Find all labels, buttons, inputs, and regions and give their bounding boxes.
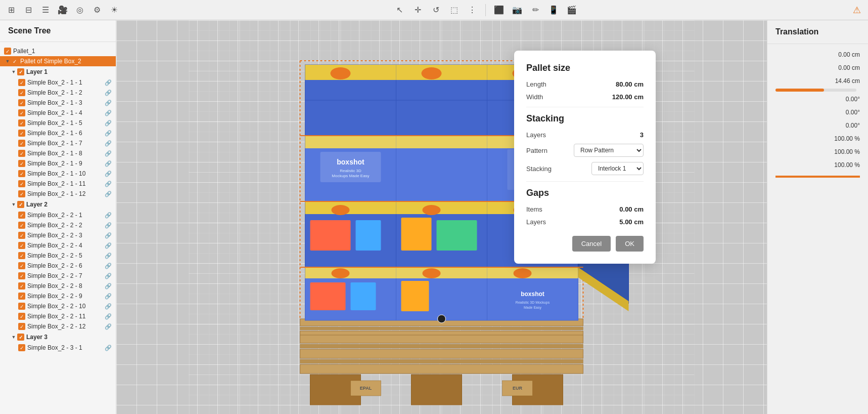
tree-check-s215[interactable]: ✓ xyxy=(18,119,25,127)
tree-item-s228[interactable]: ✓ Simple Box_2 - 2 - 8 🔗 xyxy=(0,281,116,291)
tree-check-s231[interactable]: ✓ xyxy=(18,344,25,351)
phone-icon[interactable]: 📱 xyxy=(546,3,561,17)
tree-item-s225[interactable]: ✓ Simple Box_2 - 2 - 5 🔗 xyxy=(0,251,116,261)
sun-icon[interactable]: ☀ xyxy=(107,3,121,17)
tree-check-s228[interactable]: ✓ xyxy=(18,282,25,289)
tree-item-s222[interactable]: ✓ Simple Box_2 - 2 - 2 🔗 xyxy=(0,220,116,230)
target-icon[interactable]: ◎ xyxy=(73,3,87,17)
tree-check-layer2[interactable]: ✓ xyxy=(17,201,24,208)
tree-item-layer2[interactable]: ▼ ✓ Layer 2 xyxy=(0,199,116,210)
front-layer1: boxshot Realistic 3D Mockups Made Easy xyxy=(305,267,578,320)
grid-small-icon[interactable]: ⊞ xyxy=(4,3,18,17)
tree-item-pallet1[interactable]: ✓ Pallet_1 xyxy=(0,46,116,56)
tree-item-s218[interactable]: ✓ Simple Box_2 - 1 - 8 🔗 xyxy=(0,148,116,158)
tree-check-pallet1[interactable]: ✓ xyxy=(4,48,11,55)
tree-item-s211[interactable]: ✓ Simple Box_2 - 1 - 1 🔗 xyxy=(0,77,116,88)
tree-item-s219[interactable]: ✓ Simple Box_2 - 1 - 9 🔗 xyxy=(0,158,116,169)
pattern-select[interactable]: Row Pattern Column Pattern Alternating P… xyxy=(574,144,644,157)
expand-arrow-layer3[interactable]: ▼ xyxy=(10,334,17,341)
camera-icon[interactable]: 🎥 xyxy=(56,3,70,17)
tree-check-s2210[interactable]: ✓ xyxy=(18,303,25,310)
tree-item-s213[interactable]: ✓ Simple Box_2 - 1 - 3 🔗 xyxy=(0,98,116,108)
rotate-icon[interactable]: ↺ xyxy=(429,3,443,17)
tree-item-s231[interactable]: ✓ Simple Box_2 - 3 - 1 🔗 xyxy=(0,343,116,353)
length-row: Length 80.00 cm xyxy=(526,80,644,88)
tree-item-s216[interactable]: ✓ Simple Box_2 - 1 - 6 🔗 xyxy=(0,128,116,138)
tree-item-layer3[interactable]: ▼ ✓ Layer 3 xyxy=(0,332,116,343)
tree-item-s212[interactable]: ✓ Simple Box_2 - 1 - 2 🔗 xyxy=(0,88,116,98)
tree-check-layer3[interactable]: ✓ xyxy=(17,334,24,341)
tree-check-s2110[interactable]: ✓ xyxy=(18,170,25,177)
tree-check-s226[interactable]: ✓ xyxy=(18,262,25,269)
grid-large-icon[interactable]: ⊟ xyxy=(21,3,35,17)
svg-point-65 xyxy=(423,268,441,278)
camera2-icon[interactable]: 📷 xyxy=(510,3,524,17)
tree-label-s211: Simple Box_2 - 1 - 1 xyxy=(27,79,103,86)
tree-check-s211[interactable]: ✓ xyxy=(18,79,25,86)
warning-icon[interactable]: ⚠ xyxy=(850,3,864,17)
tree-item-s214[interactable]: ✓ Simple Box_2 - 1 - 4 🔗 xyxy=(0,108,116,118)
expand-arrow-layer1[interactable]: ▼ xyxy=(10,68,17,75)
tree-check-s2211[interactable]: ✓ xyxy=(18,313,25,320)
tree-check-s223[interactable]: ✓ xyxy=(18,232,25,239)
tree-item-s226[interactable]: ✓ Simple Box_2 - 2 - 6 🔗 xyxy=(0,261,116,271)
screen-icon[interactable]: ⬚ xyxy=(447,3,461,17)
film-icon[interactable]: 🎬 xyxy=(565,3,579,17)
expand-arrow-pallet2[interactable]: ▼ xyxy=(4,58,11,65)
tree-check-s229[interactable]: ✓ xyxy=(18,293,25,300)
right-row-sy: 100.00 % xyxy=(767,145,868,158)
ok-button[interactable]: OK xyxy=(616,236,644,252)
move-icon[interactable]: ✛ xyxy=(410,3,425,17)
tree-check-layer1[interactable]: ✓ xyxy=(17,68,24,75)
tree-item-s2112[interactable]: ✓ Simple Box_2 - 1 - 12 🔗 xyxy=(0,189,116,199)
tree-item-s217[interactable]: ✓ Simple Box_2 - 1 - 7 🔗 xyxy=(0,138,116,148)
settings-icon[interactable]: ⚙ xyxy=(90,3,104,17)
tree-check-s2112[interactable]: ✓ xyxy=(18,190,25,197)
tree-item-s215[interactable]: ✓ Simple Box_2 - 1 - 5 🔗 xyxy=(0,118,116,128)
tree-check-s216[interactable]: ✓ xyxy=(18,130,25,137)
pen-icon[interactable]: ✏ xyxy=(528,3,542,17)
tree-check-s212[interactable]: ✓ xyxy=(18,89,25,96)
nodes-icon[interactable]: ⋮ xyxy=(465,3,479,17)
cancel-button[interactable]: Cancel xyxy=(572,236,611,252)
tree-item-layer1[interactable]: ▼ ✓ Layer 1 xyxy=(0,66,116,77)
tree-check-s2212[interactable]: ✓ xyxy=(18,323,25,330)
tree-check-s213[interactable]: ✓ xyxy=(18,99,25,106)
tree-check-s221[interactable]: ✓ xyxy=(18,212,25,219)
tree-item-s223[interactable]: ✓ Simple Box_2 - 2 - 3 🔗 xyxy=(0,230,116,240)
tree-check-s214[interactable]: ✓ xyxy=(18,109,25,116)
tree-check-s224[interactable]: ✓ xyxy=(18,242,25,249)
expand-arrow-layer2[interactable]: ▼ xyxy=(10,201,17,208)
stacking-select[interactable]: Interlock 1 Interlock 2 No Interlock xyxy=(591,162,644,175)
tree-check-s227[interactable]: ✓ xyxy=(18,272,25,279)
scene-tree-content: ✓ Pallet_1 ▼ ✓ Pallet of Simple Box_2 ▼ … xyxy=(0,42,116,414)
menu-icon[interactable]: ☰ xyxy=(38,3,53,17)
link-icon-s218: 🔗 xyxy=(105,150,112,157)
viewport[interactable]: EPAL EUR xyxy=(116,20,767,414)
tree-check-s2111[interactable]: ✓ xyxy=(18,180,25,187)
tree-item-s227[interactable]: ✓ Simple Box_2 - 2 - 7 🔗 xyxy=(0,271,116,281)
cursor-icon[interactable]: ↖ xyxy=(392,3,406,17)
tree-item-s2111[interactable]: ✓ Simple Box_2 - 1 - 11 🔗 xyxy=(0,179,116,189)
svg-rect-49 xyxy=(356,220,381,251)
svg-point-66 xyxy=(514,268,532,278)
tree-check-s217[interactable]: ✓ xyxy=(18,140,25,147)
tree-item-s224[interactable]: ✓ Simple Box_2 - 2 - 4 🔗 xyxy=(0,240,116,251)
tree-label-s221: Simple Box_2 - 2 - 1 xyxy=(27,212,103,219)
z-slider[interactable] xyxy=(775,89,856,92)
tree-item-s2211[interactable]: ✓ Simple Box_2 - 2 - 11 🔗 xyxy=(0,311,116,321)
tree-item-s2110[interactable]: ✓ Simple Box_2 - 1 - 10 🔗 xyxy=(0,169,116,179)
tree-item-pallet2[interactable]: ▼ ✓ Pallet of Simple Box_2 xyxy=(0,56,116,66)
right-row-x: 0.00 cm xyxy=(767,48,868,61)
tree-item-s221[interactable]: ✓ Simple Box_2 - 2 - 1 🔗 xyxy=(0,210,116,220)
tree-item-s229[interactable]: ✓ Simple Box_2 - 2 - 9 🔗 xyxy=(0,291,116,301)
tree-check-pallet2[interactable]: ✓ xyxy=(11,58,18,65)
stack-icon[interactable]: ⬛ xyxy=(492,3,506,17)
tree-check-s225[interactable]: ✓ xyxy=(18,252,25,259)
tree-item-s2210[interactable]: ✓ Simple Box_2 - 2 - 10 🔗 xyxy=(0,301,116,311)
svg-point-64 xyxy=(332,268,350,278)
tree-check-s219[interactable]: ✓ xyxy=(18,160,25,167)
tree-item-s2212[interactable]: ✓ Simple Box_2 - 2 - 12 🔗 xyxy=(0,321,116,332)
tree-check-s222[interactable]: ✓ xyxy=(18,222,25,229)
tree-check-s218[interactable]: ✓ xyxy=(18,150,25,157)
